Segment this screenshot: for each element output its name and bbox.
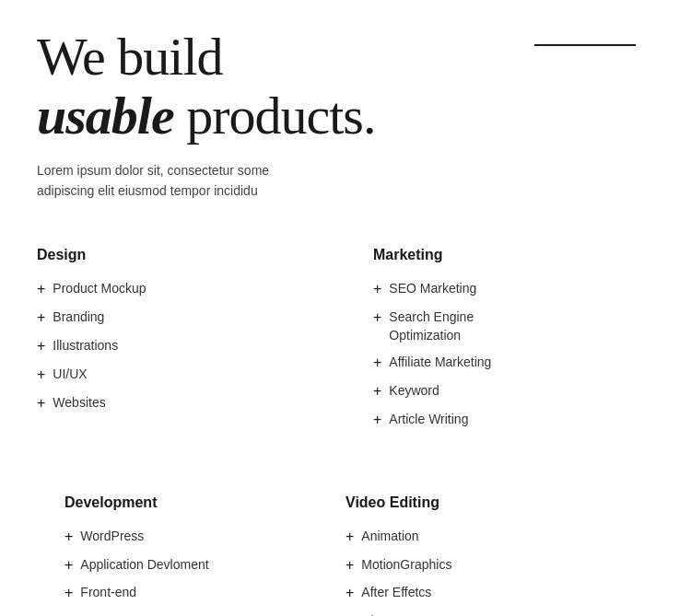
- design-column: Design + Product Mockup + Branding + Ill…: [37, 228, 346, 457]
- development-title: Development: [64, 494, 336, 511]
- list-item: + Product Mockup: [37, 280, 336, 299]
- list-item: + Front-end: [64, 584, 336, 603]
- item-label: Keyword: [389, 382, 439, 401]
- plus-icon: +: [346, 612, 354, 616]
- plus-icon: +: [64, 556, 73, 575]
- plus-icon: +: [64, 584, 73, 603]
- development-list: + WordPress + Application Devloment + Fr…: [64, 528, 336, 616]
- item-label: WordPress: [80, 528, 144, 546]
- plus-icon: +: [346, 528, 354, 547]
- plus-icon: +: [346, 584, 354, 603]
- list-item: + Websites: [37, 394, 336, 413]
- item-label: PHP: [80, 612, 107, 616]
- subtitle-line1: Lorem ipsum dolor sit, consectetur some: [37, 163, 269, 178]
- design-title: Design: [37, 247, 336, 263]
- plus-icon: +: [373, 280, 381, 299]
- item-label: MotionGraphics: [361, 556, 451, 575]
- decorative-line: [534, 44, 636, 46]
- services-grid: Design + Product Mockup + Branding + Ill…: [37, 228, 654, 616]
- video-editing-column: Video Editing + Animation + MotionGraphi…: [346, 476, 654, 616]
- plus-icon: +: [373, 411, 381, 430]
- item-label: Affiliate Marketing: [389, 354, 491, 372]
- plus-icon: +: [346, 556, 354, 575]
- list-item: + MotionGraphics: [346, 556, 645, 575]
- subtitle: Lorem ipsum dolor sit, consectetur some …: [37, 160, 654, 202]
- header-section: We build usable products. Lorem ipsum do…: [37, 28, 654, 201]
- item-label: Animation: [361, 528, 418, 546]
- list-item: + Affiliate Marketing: [373, 354, 645, 373]
- list-item: + SEO Marketing: [373, 280, 645, 299]
- plus-icon: +: [373, 382, 381, 401]
- item-label: Branding: [53, 308, 104, 327]
- item-label: UI/UX: [53, 366, 87, 384]
- plus-icon: +: [64, 528, 73, 547]
- item-label: Article Writing: [389, 411, 468, 429]
- list-item: + UI/UX: [37, 366, 336, 385]
- list-item: + PHP: [64, 612, 336, 616]
- item-label: Cinema 4D: [361, 612, 426, 616]
- plus-icon: +: [64, 612, 73, 616]
- title-suffix: products.: [174, 86, 376, 145]
- list-item: + Search EngineOptimization: [373, 308, 645, 344]
- item-label: Application Devloment: [80, 556, 208, 575]
- list-item: + Illustrations: [37, 337, 336, 356]
- subtitle-line2: adipiscing elit eiusmod tempor incididu: [37, 183, 258, 198]
- plus-icon: +: [37, 337, 45, 356]
- list-item: + Application Devloment: [64, 556, 336, 575]
- item-label: After Effetcs: [361, 584, 431, 602]
- video-editing-title: Video Editing: [346, 494, 645, 511]
- marketing-list: + SEO Marketing + Search EngineOptimizat…: [373, 280, 645, 429]
- title-line1: We build: [37, 27, 223, 87]
- plus-icon: +: [37, 366, 45, 385]
- row-divider: [37, 458, 654, 476]
- design-list: + Product Mockup + Branding + Illustrati…: [37, 280, 336, 413]
- item-label: Search EngineOptimization: [389, 308, 474, 344]
- marketing-column: Marketing + SEO Marketing + Search Engin…: [346, 228, 654, 457]
- list-item: + Animation: [346, 528, 645, 547]
- plus-icon: +: [373, 308, 381, 328]
- title-bold: usable: [37, 86, 174, 145]
- item-label: Illustrations: [53, 337, 118, 355]
- list-item: + Branding: [37, 308, 336, 328]
- list-item: + WordPress: [64, 528, 336, 547]
- plus-icon: +: [37, 308, 45, 328]
- item-label: SEO Marketing: [389, 280, 476, 298]
- plus-icon: +: [37, 394, 45, 413]
- plus-icon: +: [37, 280, 45, 299]
- development-column: Development + WordPress + Application De…: [37, 476, 346, 616]
- item-label: Product Mockup: [53, 280, 146, 298]
- item-label: Front-end: [80, 584, 136, 602]
- marketing-title: Marketing: [373, 247, 645, 263]
- list-item: + Keyword: [373, 382, 645, 401]
- list-item: + Cinema 4D: [346, 612, 645, 616]
- video-editing-list: + Animation + MotionGraphics + After Eff…: [346, 528, 645, 616]
- list-item: + Article Writing: [373, 411, 645, 430]
- page-container: We build usable products. Lorem ipsum do…: [37, 28, 654, 616]
- item-label: Websites: [53, 394, 105, 413]
- plus-icon: +: [373, 354, 381, 373]
- list-item: + After Effetcs: [346, 584, 645, 603]
